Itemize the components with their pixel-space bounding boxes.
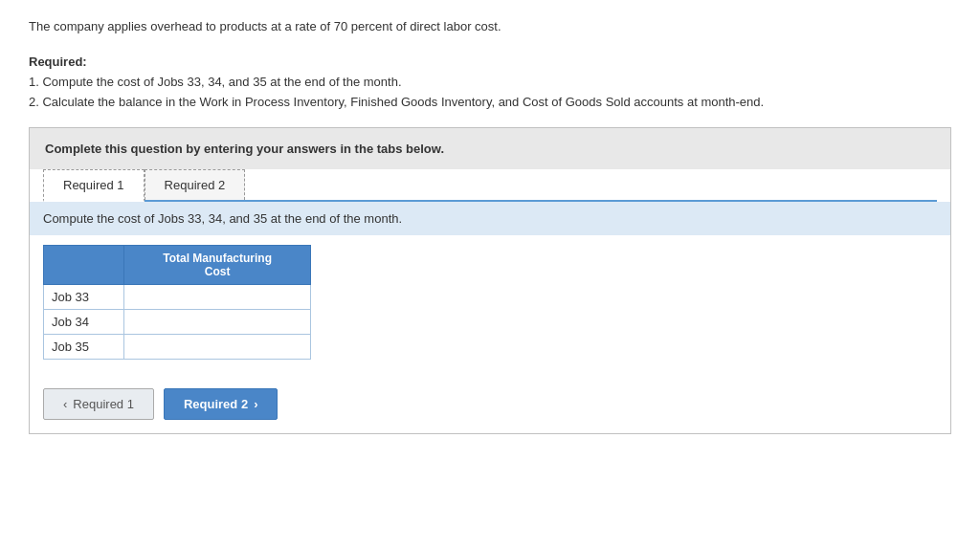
required-section: Required: 1. Compute the cost of Jobs 33… xyxy=(29,53,951,112)
req-item-2: 2. Calculate the balance in the Work in … xyxy=(29,93,951,113)
req-item-1: 1. Compute the cost of Jobs 33, 34, and … xyxy=(29,73,951,93)
nav-buttons: ‹ Required 1 Required 2 › xyxy=(30,388,950,433)
next-button[interactable]: Required 2 › xyxy=(164,388,278,420)
job-35-input-cell[interactable] xyxy=(124,335,311,360)
job-33-label: Job 33 xyxy=(44,285,124,310)
table-wrapper: Total Manufacturing Cost Job 33 xyxy=(30,235,950,369)
tab-required-2[interactable]: Required 2 xyxy=(145,169,246,200)
job-35-label: Job 35 xyxy=(44,335,124,360)
next-button-label: Required 2 xyxy=(184,397,248,411)
col-header-total-manufacturing-cost: Total Manufacturing Cost xyxy=(124,246,311,285)
intro-text: The company applies overhead to products… xyxy=(29,19,951,33)
page-container: The company applies overhead to products… xyxy=(0,0,980,453)
job-35-input[interactable] xyxy=(124,335,310,359)
job-33-input[interactable] xyxy=(124,285,310,309)
next-chevron-icon: › xyxy=(254,397,257,411)
compute-description: Compute the cost of Jobs 33, 34, and 35 … xyxy=(43,211,402,226)
table-row: Job 35 xyxy=(44,335,311,360)
instruction-box: Complete this question by entering your … xyxy=(30,128,950,169)
job-table: Total Manufacturing Cost Job 33 xyxy=(43,245,311,360)
instruction-text: Complete this question by entering your … xyxy=(45,142,444,156)
tab-required-1[interactable]: Required 1 xyxy=(43,169,145,202)
job-33-input-cell[interactable] xyxy=(124,285,311,310)
content-area: Compute the cost of Jobs 33, 34, and 35 … xyxy=(30,202,950,433)
table-row: Job 33 xyxy=(44,285,311,310)
job-34-input-cell[interactable] xyxy=(124,310,311,335)
prev-button-label: Required 1 xyxy=(73,397,134,411)
job-34-input[interactable] xyxy=(124,310,310,334)
tabs-row: Required 1 Required 2 xyxy=(43,169,937,202)
compute-header: Compute the cost of Jobs 33, 34, and 35 … xyxy=(30,202,950,235)
outer-panel: Complete this question by entering your … xyxy=(29,127,951,434)
col-header-empty xyxy=(44,246,124,285)
prev-chevron-icon: ‹ xyxy=(63,397,67,411)
table-row: Job 34 xyxy=(44,310,311,335)
prev-button[interactable]: ‹ Required 1 xyxy=(43,388,154,420)
job-34-label: Job 34 xyxy=(44,310,124,335)
required-heading: Required: xyxy=(29,55,87,69)
